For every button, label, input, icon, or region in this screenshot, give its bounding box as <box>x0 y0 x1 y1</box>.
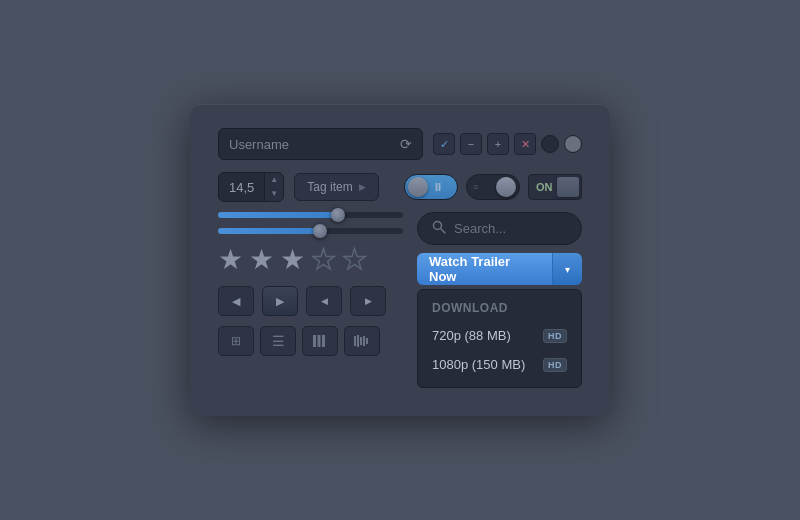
rewind-icon: ◀ <box>232 295 240 308</box>
watch-trailer-btn[interactable]: Watch Trailer Now <box>417 253 552 285</box>
play-btn[interactable]: ▶ <box>262 286 298 316</box>
tag-arrow-icon: ▶ <box>359 182 366 192</box>
slider-1-fill <box>218 212 338 218</box>
toggle-group: ⏸ ≡ ON <box>404 174 582 200</box>
star-4[interactable]: ★ <box>311 246 336 274</box>
close-btn[interactable]: ✕ <box>514 133 536 155</box>
icon-controls: ✓ − + ✕ <box>433 133 582 155</box>
star-1[interactable]: ★ <box>218 246 243 274</box>
row-controls: 14,5 ▲ ▼ Tag item ▶ ⏸ ≡ ON <box>218 172 582 202</box>
search-placeholder: Search... <box>454 221 506 236</box>
next-icon: ▶ <box>365 296 372 306</box>
stepper-up[interactable]: ▲ <box>265 173 283 187</box>
svg-rect-3 <box>354 336 356 346</box>
stepper-arrows: ▲ ▼ <box>264 173 283 201</box>
checkbox-btn[interactable]: ✓ <box>433 133 455 155</box>
sliders-section <box>218 212 403 234</box>
spinner-icon: ⟳ <box>400 136 412 152</box>
download-header: Download <box>418 298 581 321</box>
left-section: ★ ★ ★ ★ ★ ◀ ▶ ◀ ▶ <box>218 212 403 356</box>
svg-rect-0 <box>313 335 316 347</box>
grid-icon: ⊞ <box>231 334 241 348</box>
minus-icon: − <box>468 138 474 150</box>
tag-label: Tag item <box>307 180 352 194</box>
bars-view-btn[interactable] <box>344 326 380 356</box>
star-rating: ★ ★ ★ ★ ★ <box>218 246 403 274</box>
star-2[interactable]: ★ <box>249 246 274 274</box>
prev-icon: ◀ <box>321 296 328 306</box>
stepper-down[interactable]: ▼ <box>265 187 283 201</box>
svg-rect-7 <box>366 338 368 344</box>
close-icon: ✕ <box>521 138 530 151</box>
on-label: ON <box>536 181 553 193</box>
slider-2-thumb[interactable] <box>313 224 327 238</box>
circle-filled-btn[interactable] <box>564 135 582 153</box>
checkbox-icon: ✓ <box>440 138 449 151</box>
search-box[interactable]: Search... <box>417 212 582 245</box>
minus-btn[interactable]: − <box>460 133 482 155</box>
svg-rect-1 <box>318 335 321 347</box>
stepper-control[interactable]: 14,5 ▲ ▼ <box>218 172 284 202</box>
row-username: Username ⟳ ✓ − + ✕ <box>218 128 582 160</box>
tag-button[interactable]: Tag item ▶ <box>294 173 378 201</box>
username-field[interactable]: Username ⟳ <box>218 128 423 160</box>
toggle-lines-btn[interactable]: ≡ <box>466 174 520 200</box>
slider-1-thumb[interactable] <box>331 208 345 222</box>
toggle-lines-icon: ≡ <box>473 182 477 192</box>
on-knob <box>557 177 579 197</box>
right-section: Search... Watch Trailer Now ▾ Download 7… <box>417 212 582 388</box>
slider-2[interactable] <box>218 228 403 234</box>
svg-rect-2 <box>322 335 325 347</box>
plus-icon: + <box>495 138 501 150</box>
watch-trailer-label: Watch Trailer Now <box>429 254 540 284</box>
download-720p[interactable]: 720p (88 MB) HD <box>418 321 581 350</box>
plus-btn[interactable]: + <box>487 133 509 155</box>
toggle-pause-btn[interactable]: ⏸ <box>404 174 458 200</box>
list-view-btn[interactable]: ☰ <box>260 326 296 356</box>
on-off-toggle[interactable]: ON <box>528 174 582 200</box>
next-btn[interactable]: ▶ <box>350 286 386 316</box>
slider-2-fill <box>218 228 320 234</box>
grid-view-btn[interactable]: ⊞ <box>218 326 254 356</box>
watch-dropdown-arrow[interactable]: ▾ <box>552 253 582 285</box>
svg-rect-5 <box>360 337 362 345</box>
chevron-down-icon: ▾ <box>565 264 570 275</box>
svg-point-8 <box>434 222 442 230</box>
pause-icon: ⏸ <box>432 181 442 193</box>
download-1080p[interactable]: 1080p (150 MB) HD <box>418 350 581 379</box>
view-mode-row: ⊞ ☰ <box>218 326 403 356</box>
download-dropdown: Download 720p (88 MB) HD 1080p (150 MB) … <box>417 289 582 388</box>
stepper-value: 14,5 <box>219 180 264 195</box>
hd-badge-1080p: HD <box>543 358 567 372</box>
main-layout: ★ ★ ★ ★ ★ ◀ ▶ ◀ ▶ <box>218 212 582 388</box>
toggle-knob-2 <box>496 177 516 197</box>
svg-rect-4 <box>357 335 359 347</box>
circle-empty-btn[interactable] <box>541 135 559 153</box>
star-3[interactable]: ★ <box>280 246 305 274</box>
toggle-knob-1 <box>408 177 428 197</box>
search-icon <box>432 220 446 237</box>
star-5[interactable]: ★ <box>342 246 367 274</box>
slider-1[interactable] <box>218 212 403 218</box>
prev-btn[interactable]: ◀ <box>306 286 342 316</box>
watch-trailer-row: Watch Trailer Now ▾ <box>417 253 582 285</box>
download-1080p-label: 1080p (150 MB) <box>432 357 525 372</box>
ui-panel: Username ⟳ ✓ − + ✕ 14,5 ▲ ▼ <box>190 104 610 416</box>
bars-icon <box>354 335 370 347</box>
play-icon: ▶ <box>276 295 284 308</box>
svg-line-9 <box>441 229 445 233</box>
username-label: Username <box>229 137 289 152</box>
hd-badge-720p: HD <box>543 329 567 343</box>
rewind-btn[interactable]: ◀ <box>218 286 254 316</box>
download-720p-label: 720p (88 MB) <box>432 328 511 343</box>
svg-rect-6 <box>363 336 365 346</box>
columns-view-btn[interactable] <box>302 326 338 356</box>
playback-row: ◀ ▶ ◀ ▶ <box>218 286 403 316</box>
list-icon: ☰ <box>272 333 285 349</box>
columns-icon <box>313 335 327 347</box>
